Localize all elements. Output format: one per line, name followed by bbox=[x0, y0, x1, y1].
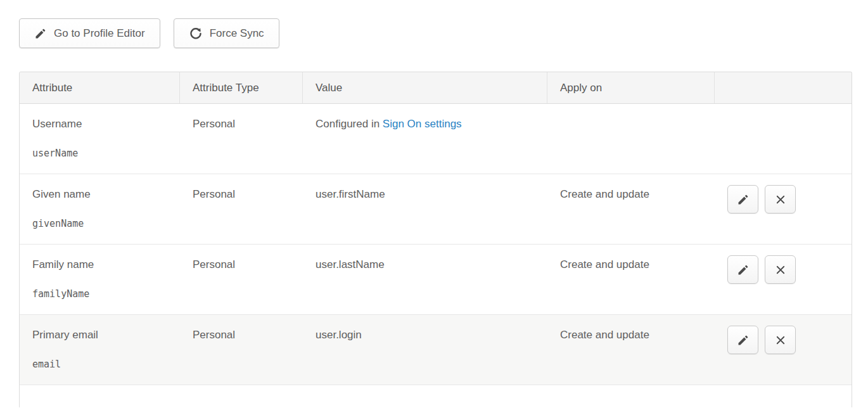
table-header: Attribute Attribute Type Value Apply on bbox=[20, 72, 852, 104]
close-icon bbox=[775, 194, 786, 205]
attribute-variable: email bbox=[32, 359, 171, 370]
force-sync-button[interactable]: Force Sync bbox=[174, 18, 279, 48]
edit-icon bbox=[737, 264, 750, 276]
toolbar: Go to Profile Editor Force Sync bbox=[19, 18, 279, 48]
edit-icon bbox=[737, 334, 750, 347]
table-row-primary-email: Primary email email Personal user.login … bbox=[20, 315, 852, 385]
attribute-value: user.lastName bbox=[303, 245, 547, 314]
attribute-name: Primary email bbox=[32, 329, 171, 341]
pencil-icon bbox=[34, 27, 47, 40]
edit-icon bbox=[737, 193, 750, 206]
attribute-name: Username bbox=[32, 118, 171, 131]
attribute-value: user.firstName bbox=[303, 174, 547, 244]
table-row-partial bbox=[20, 385, 852, 407]
delete-attribute-button[interactable] bbox=[765, 185, 796, 214]
attribute-mappings-table: Attribute Attribute Type Value Apply on … bbox=[19, 72, 852, 407]
attribute-variable: givenName bbox=[32, 218, 171, 229]
delete-attribute-button[interactable] bbox=[765, 326, 796, 354]
column-header-value: Value bbox=[303, 72, 547, 103]
table-row-family-name: Family name familyName Personal user.las… bbox=[20, 245, 852, 315]
attribute-value-text: Configured in bbox=[316, 118, 380, 130]
column-header-apply-on: Apply on bbox=[547, 72, 715, 103]
sync-icon bbox=[189, 27, 203, 41]
close-icon bbox=[775, 335, 786, 346]
attribute-type: Personal bbox=[180, 245, 303, 314]
column-header-attribute-type: Attribute Type bbox=[180, 72, 303, 103]
close-icon bbox=[775, 264, 786, 276]
delete-attribute-button[interactable] bbox=[765, 255, 796, 284]
attribute-type: Personal bbox=[180, 104, 303, 174]
sign-on-settings-link[interactable]: Sign On settings bbox=[383, 118, 462, 130]
column-header-attribute: Attribute bbox=[20, 72, 180, 103]
attribute-value: user.login bbox=[303, 315, 547, 385]
apply-on-value: Create and update bbox=[547, 315, 715, 385]
attribute-type: Personal bbox=[180, 174, 303, 244]
apply-on-value: Create and update bbox=[547, 174, 715, 244]
table-row-given-name: Given name givenName Personal user.first… bbox=[20, 174, 852, 245]
edit-attribute-button[interactable] bbox=[727, 326, 758, 354]
edit-attribute-button[interactable] bbox=[727, 255, 758, 284]
apply-on-value bbox=[547, 104, 715, 174]
force-sync-label: Force Sync bbox=[210, 27, 264, 40]
attribute-variable: userName bbox=[32, 148, 171, 159]
attribute-name: Family name bbox=[32, 258, 171, 271]
table-row-username: Username userName Personal Configured in… bbox=[20, 104, 852, 174]
attribute-type: Personal bbox=[180, 315, 303, 385]
column-header-actions bbox=[715, 72, 852, 103]
apply-on-value: Create and update bbox=[547, 245, 715, 314]
edit-attribute-button[interactable] bbox=[727, 185, 758, 214]
attribute-variable: familyName bbox=[32, 288, 171, 300]
go-to-profile-editor-button[interactable]: Go to Profile Editor bbox=[19, 18, 160, 48]
attribute-name: Given name bbox=[32, 188, 171, 201]
go-to-profile-editor-label: Go to Profile Editor bbox=[54, 27, 145, 40]
